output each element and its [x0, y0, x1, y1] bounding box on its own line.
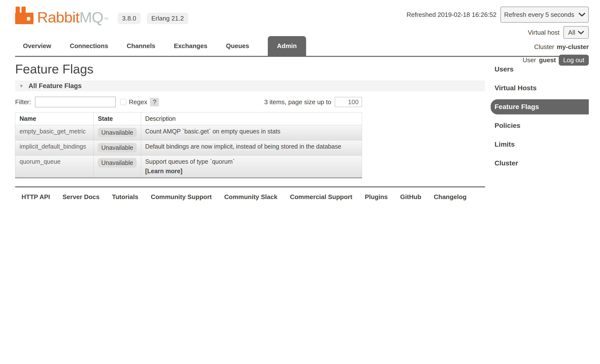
version-badge: 3.8.0	[118, 13, 141, 24]
items-count-text: 3 items, page size up to	[264, 98, 331, 106]
feature-flag-description: Default bindings are now implicit, inste…	[141, 140, 362, 155]
state-badge: Unavailable	[98, 158, 137, 168]
collapse-triangle-icon: ▼	[19, 84, 24, 88]
virtual-host-label: Virtual host	[528, 29, 559, 36]
cluster-name: my-cluster	[557, 43, 589, 51]
filter-label: Filter:	[15, 98, 31, 106]
table-row: quorum_queue Unavailable Support queues …	[15, 155, 362, 178]
cluster-label: Cluster	[534, 43, 554, 51]
user-label: User	[523, 56, 536, 64]
filter-row: Filter: Regex ? 3 items, page size up to	[15, 97, 362, 107]
sidebar-item-virtual-hosts[interactable]: Virtual Hosts	[491, 81, 589, 96]
column-header-state: State	[94, 112, 141, 125]
sidebar-item-cluster[interactable]: Cluster	[491, 156, 589, 171]
footer-link-changelog[interactable]: Changelog	[434, 193, 466, 201]
main-content: Feature Flags ▼ All Feature Flags Filter…	[15, 57, 485, 201]
footer-link-github[interactable]: GitHub	[400, 193, 421, 201]
table-row: empty_basic_get_metric Unavailable Count…	[15, 125, 362, 140]
brand-text: RabbitMQ™	[37, 10, 108, 25]
column-header-description: Description	[141, 112, 362, 125]
erlang-version-badge: Erlang 21.2	[147, 13, 188, 24]
feature-flags-table: Name State Description empty_basic_get_m…	[15, 112, 362, 178]
tab-overview[interactable]: Overview	[23, 42, 51, 50]
header-status-area: Refreshed 2019-02-18 16:26:52 Refresh ev…	[406, 7, 589, 66]
rabbitmq-admin-page: RabbitMQ™ 3.8.0 Erlang 21.2 Refreshed 20…	[0, 0, 600, 201]
user-name: guest	[539, 56, 556, 64]
chevron-down-icon	[578, 31, 584, 34]
admin-sidebar: Users Virtual Hosts Feature Flags Polici…	[491, 57, 589, 174]
logout-button[interactable]: Log out	[559, 55, 589, 66]
sidebar-item-feature-flags[interactable]: Feature Flags	[491, 99, 589, 114]
regex-label: Regex	[129, 98, 147, 106]
tab-admin[interactable]: Admin	[268, 36, 306, 56]
filter-input[interactable]	[35, 97, 116, 107]
feature-flag-name: implicit_default_bindings	[15, 140, 94, 155]
footer-link-http-api[interactable]: HTTP API	[21, 193, 50, 201]
state-badge: Unavailable	[98, 128, 137, 137]
rabbit-icon	[15, 7, 35, 25]
page-size-input[interactable]	[335, 97, 362, 107]
rabbitmq-logo[interactable]: RabbitMQ™	[15, 7, 108, 25]
feature-flag-name: quorum_queue	[15, 155, 94, 178]
tab-channels[interactable]: Channels	[127, 42, 155, 50]
virtual-host-select[interactable]: All	[563, 26, 589, 39]
refreshed-timestamp: Refreshed 2019-02-18 16:26:52	[406, 11, 497, 19]
footer-link-server-docs[interactable]: Server Docs	[62, 193, 100, 201]
tab-queues[interactable]: Queues	[226, 42, 249, 50]
sidebar-item-limits[interactable]: Limits	[491, 137, 589, 152]
sidebar-item-policies[interactable]: Policies	[491, 118, 589, 133]
footer-link-plugins[interactable]: Plugins	[365, 193, 388, 201]
chevron-down-icon	[579, 13, 585, 17]
footer: HTTP API Server Docs Tutorials Community…	[15, 186, 485, 201]
footer-link-community-support[interactable]: Community Support	[151, 193, 212, 201]
tab-connections[interactable]: Connections	[70, 42, 108, 50]
section-title: All Feature Flags	[29, 82, 82, 90]
header: RabbitMQ™ 3.8.0 Erlang 21.2 Refreshed 20…	[15, 0, 589, 34]
footer-link-community-slack[interactable]: Community Slack	[224, 193, 278, 201]
refresh-interval-select[interactable]: Refresh every 5 seconds	[500, 7, 589, 23]
feature-flag-description: Count AMQP `basic.get` on empty queues i…	[141, 125, 362, 140]
help-icon[interactable]: ?	[150, 98, 159, 106]
regex-checkbox[interactable]	[120, 99, 126, 105]
section-header-all-feature-flags[interactable]: ▼ All Feature Flags	[15, 81, 485, 91]
table-header-row: Name State Description	[15, 112, 362, 125]
feature-flag-description: Support queues of type `quorum`	[145, 158, 358, 165]
column-header-name: Name	[15, 112, 94, 125]
learn-more-link[interactable]: [Learn more]	[145, 168, 358, 175]
feature-flag-name: empty_basic_get_metric	[15, 125, 94, 140]
tab-exchanges[interactable]: Exchanges	[174, 42, 207, 50]
footer-link-tutorials[interactable]: Tutorials	[112, 193, 138, 201]
table-row: implicit_default_bindings Unavailable De…	[15, 140, 362, 155]
state-badge: Unavailable	[98, 143, 137, 152]
footer-link-commercial-support[interactable]: Commercial Support	[290, 193, 352, 201]
